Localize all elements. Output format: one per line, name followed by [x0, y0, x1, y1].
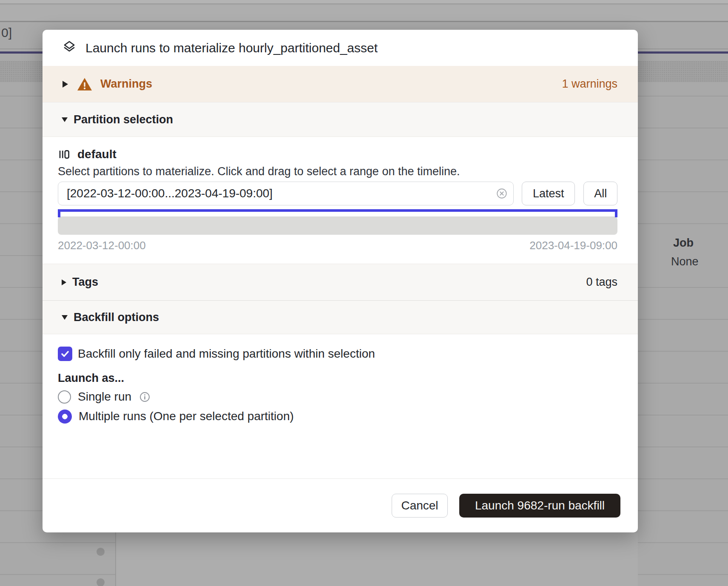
- background-column-divider: [115, 532, 116, 586]
- background-status-dot: [97, 578, 105, 586]
- partition-set-icon: [58, 148, 71, 161]
- chevron-down-icon[interactable]: [62, 315, 68, 320]
- warnings-section-header[interactable]: Warnings 1 warnings: [43, 66, 638, 102]
- tags-section-header[interactable]: Tags 0 tags: [43, 264, 638, 300]
- partition-range-input[interactable]: [58, 182, 514, 205]
- background-job-label: Job: [673, 236, 694, 250]
- latest-button[interactable]: Latest: [522, 182, 575, 205]
- multiple-runs-radio[interactable]: [58, 410, 72, 424]
- dialog-title: Launch runs to materialize hourly_partit…: [85, 41, 378, 55]
- cancel-button[interactable]: Cancel: [392, 494, 448, 518]
- tags-count: 0 tags: [586, 276, 617, 289]
- background-bottom-panel: [116, 533, 638, 586]
- single-run-label: Single run: [78, 390, 131, 404]
- backfill-options-section-header[interactable]: Backfill options: [43, 300, 638, 334]
- multiple-runs-option: Multiple runs (One per selected partitio…: [58, 409, 617, 424]
- chevron-right-icon[interactable]: [63, 81, 68, 88]
- chevron-down-icon[interactable]: [62, 117, 68, 122]
- backfill-options-content: Backfill only failed and missing partiti…: [43, 334, 638, 478]
- all-button[interactable]: All: [583, 182, 617, 205]
- single-run-option: Single run: [58, 390, 617, 404]
- backfill-only-failed-row: Backfill only failed and missing partiti…: [58, 346, 617, 361]
- dialog-header: Launch runs to materialize hourly_partit…: [43, 30, 638, 66]
- tags-title: Tags: [72, 276, 98, 289]
- multiple-runs-label: Multiple runs (One per selected partitio…: [79, 410, 294, 423]
- launch-backfill-dialog: Launch runs to materialize hourly_partit…: [43, 30, 638, 532]
- launch-backfill-button[interactable]: Launch 9682-run backfill: [459, 494, 620, 518]
- chevron-right-icon[interactable]: [62, 279, 66, 285]
- warnings-count: 1 warnings: [562, 77, 617, 91]
- asset-layers-icon: [62, 40, 77, 57]
- launch-as-label: Launch as...: [58, 372, 617, 384]
- dialog-footer: Cancel Launch 9682-run backfill: [43, 478, 638, 532]
- single-run-radio[interactable]: [58, 390, 71, 404]
- info-icon[interactable]: [139, 391, 151, 403]
- partition-dimension-row: default: [58, 147, 617, 162]
- background-toolbar: [0, 5, 728, 22]
- warning-triangle-icon: [77, 77, 93, 91]
- partition-health-timeline[interactable]: [58, 216, 617, 235]
- partition-dimension-name: default: [77, 148, 117, 161]
- timeline-labels: 2022-03-12-00:00 2023-04-19-09:00: [58, 239, 617, 252]
- background-clipped-input-text: 0]: [1, 26, 12, 40]
- backfill-only-failed-checkbox[interactable]: [58, 347, 72, 361]
- background-job-value: None: [671, 255, 699, 268]
- warnings-label: Warnings: [100, 77, 152, 91]
- backfill-options-title: Backfill options: [74, 311, 159, 324]
- partition-selection-description: Select partitions to materialize. Click …: [58, 165, 617, 179]
- timeline-end-label: 2023-04-19-09:00: [529, 239, 617, 252]
- partition-selection-content: default Select partitions to materialize…: [43, 137, 638, 264]
- background-status-dot: [97, 548, 105, 556]
- partition-input-row: Latest All: [58, 182, 617, 205]
- partition-range-input-wrap: [58, 182, 514, 205]
- timeline-start-label: 2022-03-12-00:00: [58, 239, 146, 252]
- clear-selection-icon[interactable]: [496, 188, 508, 199]
- partition-selection-section-header[interactable]: Partition selection: [43, 102, 638, 137]
- selected-range-indicator: [58, 209, 617, 212]
- background-top-strip: [0, 0, 728, 4]
- partition-selection-title: Partition selection: [74, 113, 173, 126]
- backfill-only-failed-label: Backfill only failed and missing partiti…: [78, 347, 375, 361]
